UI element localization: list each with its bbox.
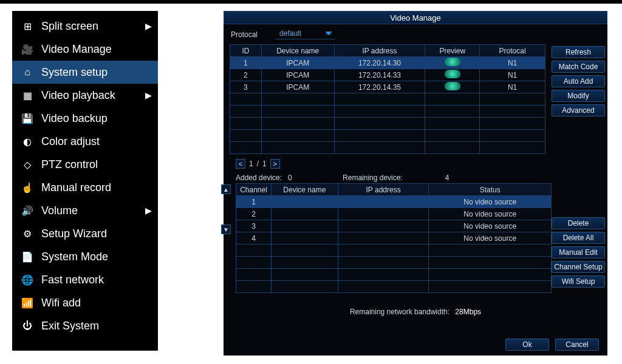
sidebar-item-fast-network[interactable]: 🌐Fast network [12, 268, 158, 291]
empty-row [236, 244, 552, 257]
empty-cell [271, 257, 338, 269]
delete-button[interactable]: Delete [552, 217, 605, 229]
device-row[interactable]: 3IPCAM172.20.14.35N1 [230, 81, 545, 93]
empty-cell [429, 281, 552, 293]
sidebar-item-wifi-add[interactable]: 📶Wifi add [12, 291, 158, 314]
cell-status: No video source [429, 208, 552, 220]
empty-cell [425, 93, 480, 106]
advanced-button[interactable]: Advanced [552, 104, 605, 116]
dialog-title: Video Manage [224, 11, 607, 24]
added-devices-table: ChannelDevice nameIP addressStatus1No vi… [236, 183, 552, 293]
sidebar-item-color-adjust[interactable]: ◐Color adjust [12, 130, 158, 153]
cell-ip: 172.20.14.35 [334, 81, 425, 93]
empty-row [230, 142, 545, 154]
modify-button[interactable]: Modify [552, 90, 605, 102]
menu-icon: ⊞ [21, 21, 34, 32]
sidebar-item-exit-system[interactable]: ⏻Exit System [12, 314, 158, 337]
empty-cell [230, 106, 262, 118]
device-row[interactable]: 2IPCAM172.20.14.33N1 [230, 69, 545, 81]
sidebar-item-video-manage[interactable]: 🎥Video Manage [12, 38, 158, 61]
sidebar-item-label: Wifi add [41, 297, 81, 309]
menu-icon: ⌂ [21, 67, 34, 78]
empty-cell [230, 118, 262, 130]
cell-ch: 2 [236, 208, 272, 220]
preview-indicator-icon [445, 70, 460, 78]
cell-name [271, 220, 338, 232]
empty-cell [236, 244, 272, 257]
bottom-action-buttons: DeleteDelete AllManual EditChannel Setup… [552, 217, 605, 288]
cell-ip: 172.20.14.33 [334, 69, 425, 81]
channel-row[interactable]: 1No video source [236, 196, 552, 208]
cell-name [271, 232, 338, 244]
sidebar-item-label: Volume [41, 204, 78, 217]
channel-row[interactable]: 3No video source [236, 220, 552, 232]
scroll-down-button[interactable]: ▼ [221, 224, 231, 234]
channel-setup-button[interactable]: Channel Setup [552, 261, 605, 273]
menu-icon: ◇ [21, 159, 34, 170]
sidebar-item-label: Color adjust [41, 135, 100, 148]
refresh-button[interactable]: Refresh [552, 46, 605, 58]
menu-icon: 📄 [21, 251, 34, 263]
cell-name: IPCAM [261, 81, 334, 93]
cell-id: 2 [230, 69, 262, 81]
column-header: ID [230, 45, 262, 57]
sidebar-item-video-playback[interactable]: ▦Video playback▶ [12, 84, 158, 107]
empty-cell [334, 93, 425, 106]
bandwidth-value: 28Mbps [455, 308, 481, 316]
sidebar-item-label: Split screen [41, 20, 98, 33]
empty-cell [334, 106, 425, 118]
added-device-count: 0 [288, 174, 337, 182]
cancel-button[interactable]: Cancel [555, 339, 599, 351]
menu-icon: 🎥 [21, 44, 34, 55]
pager-prev-button[interactable]: < [236, 159, 245, 169]
cell-id: 1 [230, 57, 262, 69]
cell-status: No video source [429, 196, 552, 208]
cell-proto: N1 [480, 57, 545, 69]
sidebar-item-manual-record[interactable]: ☝Manual record [12, 176, 158, 199]
preview-indicator-icon [445, 82, 460, 90]
ok-button[interactable]: Ok [505, 339, 549, 351]
sidebar-item-split-screen[interactable]: ⊞Split screen▶ [12, 15, 158, 38]
sidebar-item-system-mode[interactable]: 📄System Mode [12, 245, 158, 268]
remaining-device-label: Remaining device: [343, 174, 403, 182]
cell-ch: 1 [236, 196, 272, 208]
main-menu-sidebar: ⊞Split screen▶🎥Video Manage⌂System setup… [12, 11, 158, 351]
sidebar-item-ptz-control[interactable]: ◇PTZ control [12, 153, 158, 176]
channel-row[interactable]: 2No video source [236, 208, 552, 220]
scroll-up-button[interactable]: ▲ [221, 184, 231, 194]
empty-cell [480, 93, 545, 106]
sidebar-item-label: Video playback [41, 89, 115, 102]
empty-cell [425, 142, 480, 154]
menu-icon: ▦ [21, 90, 34, 101]
auto-add-button[interactable]: Auto Add [552, 75, 605, 87]
sidebar-item-system-setup[interactable]: ⌂System setup [12, 61, 158, 84]
empty-cell [261, 118, 334, 130]
cell-preview [425, 81, 480, 93]
menu-icon: 📶 [21, 297, 34, 309]
sidebar-item-volume[interactable]: 🔊Volume▶ [12, 199, 158, 222]
remaining-device-count: 4 [445, 174, 449, 182]
cell-preview [425, 57, 480, 69]
sidebar-item-setup-wizard[interactable]: ⚙Setup Wizard [12, 222, 158, 245]
empty-cell [338, 281, 429, 293]
delete-all-button[interactable]: Delete All [552, 232, 605, 244]
menu-icon: 💾 [21, 113, 34, 124]
match-code-button[interactable]: Match Code [552, 61, 605, 73]
cell-status: No video source [429, 232, 552, 244]
wifi-setup-button[interactable]: Wifi Setup [552, 275, 605, 288]
manual-edit-button[interactable]: Manual Edit [552, 246, 605, 258]
empty-cell [480, 130, 545, 142]
menu-icon: 🔊 [21, 205, 34, 217]
top-action-buttons: RefreshMatch CodeAuto AddModifyAdvanced [552, 46, 605, 116]
empty-cell [425, 130, 480, 142]
menu-icon: ⏻ [21, 320, 34, 331]
device-row[interactable]: 1IPCAM172.20.14.30N1 [230, 57, 545, 69]
pager-next-button[interactable]: > [270, 159, 280, 169]
channel-row[interactable]: 4No video source [236, 232, 552, 244]
empty-row [230, 130, 545, 142]
pager: < 1 / 1 > [236, 159, 601, 169]
sidebar-item-video-backup[interactable]: 💾Video backup [12, 107, 158, 130]
empty-cell [425, 106, 480, 118]
chevron-right-icon: ▶ [145, 21, 152, 31]
protocol-select[interactable]: default [276, 29, 335, 39]
